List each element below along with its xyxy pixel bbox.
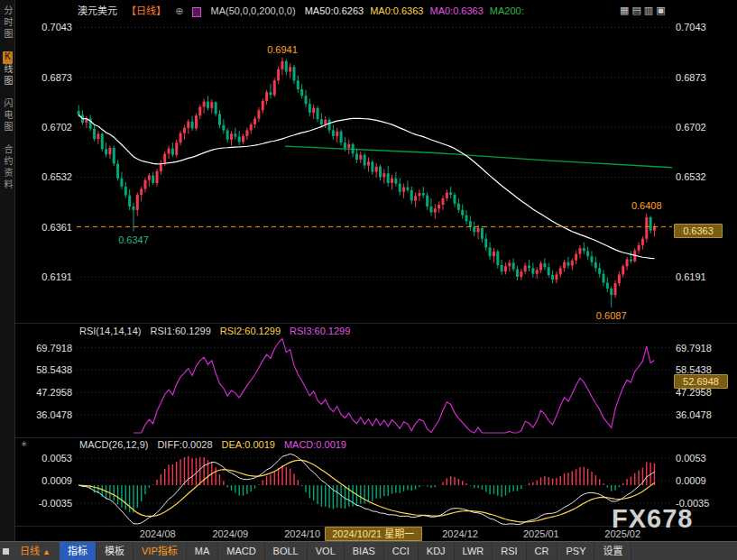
candle-body: [461, 210, 464, 216]
candle-body: [97, 133, 99, 139]
toolbar-button-12[interactable]: CR: [527, 542, 558, 560]
ma-settings-label: MA(50,0,0,200,0,0): [210, 5, 295, 16]
toolbar-button-13[interactable]: PSY: [557, 542, 594, 560]
candle-body: [203, 102, 206, 107]
fx678-watermark: FX678: [612, 504, 693, 534]
candle-body: [359, 155, 362, 160]
candle-body: [320, 119, 323, 124]
candle-body: [163, 153, 166, 162]
candle-body: [148, 176, 151, 180]
toolbar-button-1[interactable]: 模板: [97, 542, 134, 560]
candle-body: [222, 125, 225, 131]
sidebar-tab-1[interactable]: K线图: [2, 51, 13, 87]
sidebar-tab-2[interactable]: 闪电图: [2, 98, 13, 133]
candle-body: [465, 216, 468, 222]
toolbar-button-14[interactable]: 设置: [594, 542, 631, 560]
candle-body: [551, 275, 554, 280]
rsi-header-value-2: RSI2:60.1299: [220, 326, 281, 336]
ma-value-label-3: MA200:: [490, 5, 524, 16]
candle-body: [508, 262, 511, 266]
layout-grid-icon-2[interactable]: ▤: [631, 5, 640, 16]
indicator-menu-icon[interactable]: ∗: [21, 439, 28, 448]
toolbar-button-8[interactable]: CCI: [384, 542, 419, 560]
candle-body: [175, 142, 178, 155]
candle-body: [344, 142, 346, 148]
candle-body: [536, 271, 539, 274]
rsi-header-value-0: RSI(14,14,14): [79, 326, 141, 336]
candle-body: [257, 110, 260, 118]
toolbar-button-3[interactable]: MA: [187, 542, 219, 560]
toolbar-button-6[interactable]: VOL: [308, 542, 345, 560]
candle-body: [614, 283, 617, 295]
period-selector[interactable]: 日线 ▲: [20, 542, 51, 560]
candle-body: [469, 221, 472, 227]
candle-body: [218, 114, 221, 124]
candle-body: [422, 193, 425, 196]
candle-body: [312, 108, 315, 113]
candle-body: [371, 161, 373, 171]
toolbar-button-4[interactable]: MACD: [218, 542, 264, 560]
toolbar-button-10[interactable]: LWR: [455, 542, 493, 560]
candle-body: [641, 239, 644, 245]
candle-body: [434, 208, 437, 212]
candle-body: [140, 188, 143, 195]
ma50-line: [78, 115, 654, 258]
candle-body: [292, 67, 295, 80]
price-annotation: 0.6941: [267, 44, 298, 55]
candle-body: [183, 128, 186, 133]
candle-body: [402, 188, 405, 192]
candle-body: [367, 161, 370, 165]
candle-body: [394, 179, 397, 184]
candle-body: [598, 268, 601, 274]
candle-body: [171, 149, 174, 155]
layout-switcher: ▦▤▥▣: [617, 1, 666, 17]
candle-body: [281, 61, 283, 69]
candle-body: [355, 153, 358, 160]
candle-body: [406, 188, 409, 190]
toolbar-button-11[interactable]: RSI: [493, 542, 526, 560]
rsi-header-value-3: RSI3:60.1299: [290, 326, 350, 336]
candle-body: [187, 122, 189, 128]
toolbar-button-0[interactable]: 指标: [60, 542, 97, 560]
candlestick-chart[interactable]: 0.69410.63470.64080.6087: [0, 0, 737, 560]
chart-header: 澳元美元 【日线】 ⊕ MA(50,0,0,200,0,0) MA50:0.62…: [78, 3, 537, 15]
link-icon[interactable]: ⊕: [175, 5, 183, 16]
candle-body: [340, 132, 343, 142]
toolbar-button-9[interactable]: KDJ: [419, 542, 455, 560]
candle-body: [630, 259, 632, 261]
candle-body: [226, 130, 229, 139]
sidebar-tab-0[interactable]: 分时图: [2, 5, 13, 41]
rsi-indicator-header: RSI(14,14,14)RSI1:60.1299RSI2:60.1299RSI…: [79, 326, 359, 336]
candle-body: [449, 192, 452, 195]
candle-body: [457, 204, 460, 210]
sidebar-tab-3[interactable]: 合约资料: [2, 144, 13, 191]
candle-body: [328, 120, 331, 131]
candle-body: [594, 262, 597, 269]
period-selector-label: 日线: [20, 546, 40, 556]
candle-body: [78, 111, 80, 115]
toolbar-button-2[interactable]: VIP指标: [134, 542, 187, 560]
candle-body: [120, 179, 123, 187]
candle-body: [399, 184, 401, 192]
candle-body: [571, 261, 574, 266]
candle-body: [230, 133, 233, 140]
candle-body: [481, 228, 484, 239]
candle-body: [653, 226, 656, 230]
candle-body: [454, 195, 456, 204]
candle-body: [180, 133, 182, 142]
candle-body: [277, 69, 280, 80]
candle-body: [618, 274, 621, 283]
layout-grid-icon-3[interactable]: ▥: [644, 5, 653, 16]
candle-body: [645, 217, 648, 239]
candle-body: [504, 266, 507, 271]
candle-body: [446, 192, 448, 198]
toolbar-button-5[interactable]: BOLL: [265, 542, 308, 560]
macd-indicator-header: MACD(26,12,9)DIFF:0.0028DEA:0.0019MACD:0…: [79, 439, 355, 450]
layout-grid-icon-4[interactable]: ▣: [656, 5, 665, 16]
candle-body: [108, 148, 111, 154]
layout-grid-icon-1[interactable]: ▦: [620, 5, 629, 16]
panel-separator: [15, 323, 737, 324]
toolbar-button-7[interactable]: BIAS: [345, 542, 384, 560]
ma-values: MA50:0.6263MA0:0.6363MA0:0.6363MA200:: [305, 5, 530, 16]
candle-body: [93, 129, 96, 140]
